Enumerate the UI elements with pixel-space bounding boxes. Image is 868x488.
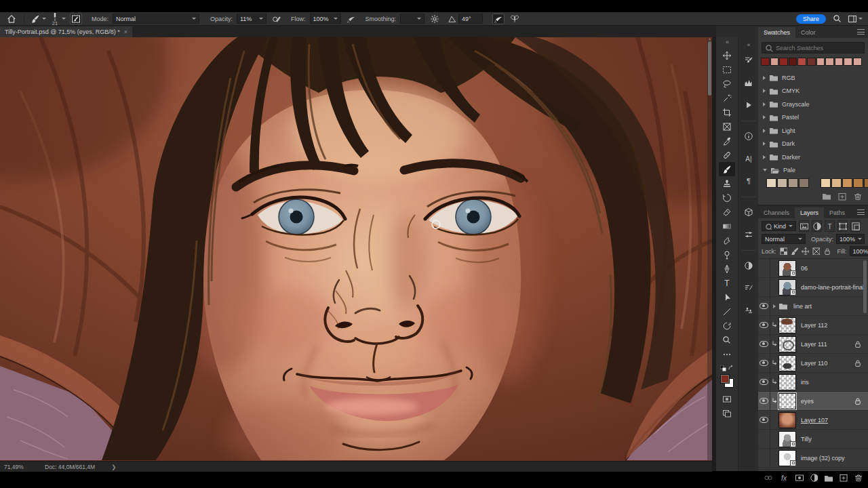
gradient-tool[interactable] [719, 219, 735, 233]
delete-layer-icon[interactable] [854, 473, 863, 483]
lasso-tool[interactable] [719, 77, 735, 91]
swatch[interactable] [779, 58, 788, 66]
group-row[interactable]: line art [758, 297, 868, 316]
swatch-group-darker[interactable]: Darker [758, 150, 868, 164]
swatch[interactable] [807, 58, 816, 66]
panel-menu-icon[interactable] [857, 209, 865, 215]
swatch[interactable] [853, 178, 863, 188]
visibility-toggle[interactable] [758, 392, 770, 410]
add-mask-icon[interactable] [795, 473, 804, 483]
swatch-group-grayscale[interactable]: Grayscale [758, 98, 868, 111]
zoom-level-field[interactable]: 71,49% [4, 464, 35, 470]
swatch-group-rgb[interactable]: RGB [758, 71, 868, 85]
visibility-toggle[interactable] [758, 278, 770, 296]
new-group-icon[interactable] [824, 474, 833, 483]
mode-select[interactable]: Normal [113, 14, 199, 24]
layer-row[interactable]: Tilly [758, 430, 868, 449]
search-icon[interactable] [831, 14, 844, 24]
panel-menu-icon[interactable] [857, 29, 865, 35]
layer-row[interactable]: Layer 111 [758, 335, 868, 354]
layer-thumbnail[interactable] [778, 431, 796, 447]
crop-tool[interactable] [719, 105, 735, 119]
layer-row[interactable]: image (32) copy [758, 449, 868, 468]
canvas-vertical-scrollbar[interactable]: ˄ [707, 39, 712, 460]
lock-artboard-icon[interactable] [812, 247, 820, 256]
swatch[interactable] [777, 178, 787, 188]
layer-row[interactable]: Layer 110 [758, 354, 868, 373]
screen-mode-icon[interactable] [719, 406, 735, 420]
layer-thumbnail[interactable] [778, 412, 796, 428]
layer-row[interactable]: damo-lane-portrait-final [758, 278, 868, 297]
layer-thumbnail[interactable] [778, 374, 796, 390]
link-layers-icon[interactable] [764, 473, 772, 483]
workspace-switcher[interactable] [848, 14, 863, 24]
collapse-panels-icon[interactable]: « [747, 41, 749, 48]
layer-thumbnail[interactable] [778, 393, 796, 409]
tab-layers[interactable]: Layers [795, 207, 824, 218]
swatch[interactable] [864, 178, 868, 188]
layer-row[interactable]: iris [758, 373, 868, 392]
line-tool[interactable] [719, 304, 735, 319]
swatch-group-pale[interactable]: Pale [758, 164, 868, 178]
smoothing-options-gear-icon[interactable] [429, 14, 441, 24]
swatches-search-input[interactable]: Search Swatches [762, 42, 865, 54]
swatch[interactable] [835, 58, 844, 66]
move-tool[interactable] [719, 48, 735, 62]
close-tab-icon[interactable]: × [124, 28, 127, 35]
blend-mode-select[interactable]: Normal [762, 234, 806, 244]
layer-thumbnail[interactable] [778, 355, 796, 371]
swatch[interactable] [799, 178, 809, 188]
symmetry-icon[interactable] [509, 14, 521, 24]
tab-swatches[interactable]: Swatches [758, 27, 795, 38]
brush-angle-control[interactable]: 49° [448, 14, 483, 24]
edit-toolbar-icon[interactable] [719, 347, 735, 361]
swatch[interactable] [825, 58, 834, 66]
flow-select[interactable]: 100% [310, 14, 341, 24]
tab-channels[interactable]: Channels [758, 207, 795, 218]
clone-source-panel-icon[interactable] [741, 302, 757, 319]
tab-color[interactable]: Color [795, 27, 821, 38]
layer-thumbnail[interactable] [778, 317, 796, 333]
foreground-background-colors[interactable] [720, 374, 734, 388]
info-panel-icon[interactable] [741, 128, 757, 144]
swatch[interactable] [789, 58, 797, 66]
swatch-group-light[interactable]: Light [758, 124, 868, 138]
document-tab[interactable]: Tilly-Portrait.psd @ 71,5% (eyes, RGB/8)… [0, 26, 132, 37]
home-icon[interactable] [5, 14, 18, 24]
rotate-view-tool[interactable] [719, 319, 735, 333]
layer-opacity-select[interactable]: 100% [836, 234, 865, 244]
filter-pixel-layers-icon[interactable] [799, 220, 809, 232]
layer-effects-icon[interactable]: fx [778, 473, 789, 483]
fill-select[interactable]: 100% [850, 246, 868, 256]
brush-settings-panel-icon[interactable] [741, 52, 757, 68]
visibility-toggle[interactable] [758, 297, 770, 315]
swatch[interactable] [810, 178, 820, 188]
swatch[interactable] [821, 178, 831, 188]
share-button[interactable]: Share [796, 14, 826, 24]
swatch[interactable] [770, 58, 779, 66]
airbrush-icon[interactable] [345, 14, 357, 24]
swatch[interactable] [844, 58, 852, 66]
pen-tool[interactable] [719, 262, 735, 276]
path-selection-tool[interactable] [719, 290, 735, 304]
pressure-opacity-icon[interactable] [271, 14, 283, 24]
layer-row[interactable]: 06 [758, 259, 868, 278]
swatch[interactable] [797, 58, 806, 66]
lock-position-icon[interactable] [801, 247, 809, 256]
airbrush-pressure-icon[interactable] [492, 14, 505, 24]
canvas[interactable] [0, 37, 712, 461]
swatch-group-dark[interactable]: Dark [758, 138, 868, 151]
history-brush-tool[interactable] [719, 190, 735, 205]
tool-preset-picker[interactable] [31, 14, 46, 24]
swatch[interactable] [831, 178, 842, 188]
brushes-panel-icon[interactable] [741, 280, 757, 296]
layer-thumbnail[interactable] [778, 260, 796, 277]
visibility-toggle[interactable] [758, 430, 770, 448]
smoothing-select[interactable] [400, 14, 425, 24]
smudge-tool[interactable] [719, 233, 735, 247]
lock-paint-icon[interactable] [790, 247, 798, 256]
adjustments-panel-icon[interactable] [741, 226, 757, 243]
masks-panel-icon[interactable] [741, 258, 757, 274]
layer-row-selected[interactable]: eyes [758, 392, 868, 411]
eraser-tool[interactable] [719, 205, 735, 219]
